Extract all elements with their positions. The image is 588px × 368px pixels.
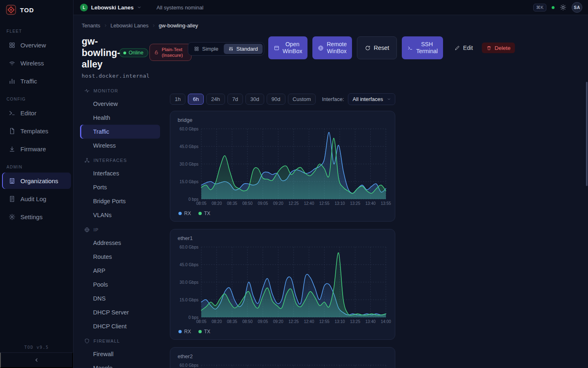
chart-title: ether2 — [178, 353, 388, 359]
sidebar-item-label: Firmware — [20, 146, 46, 153]
sidebar-item-firmware[interactable]: Firmware — [2, 140, 71, 158]
chevron-right-icon — [151, 23, 156, 28]
range-90d[interactable]: 90d — [267, 94, 285, 105]
breadcrumb-tenants[interactable]: Tenants — [82, 22, 100, 29]
sidebar-item-overview[interactable]: Overview — [2, 36, 71, 54]
svg-text:12:40: 12:40 — [304, 201, 314, 206]
pencil-icon — [454, 45, 460, 51]
range-custom[interactable]: Custom — [288, 94, 316, 105]
sidebar-item-wireless[interactable]: Wireless — [2, 54, 71, 72]
reset-button[interactable]: Reset — [357, 36, 397, 59]
grid-icon — [194, 46, 199, 52]
subnav-item-overview[interactable]: Overview — [80, 97, 160, 111]
scrollbar-thumb[interactable] — [586, 82, 588, 186]
chart-legend: RX TX — [178, 211, 388, 216]
range-24h[interactable]: 24h — [206, 94, 225, 105]
range-6h[interactable]: 6h — [188, 94, 203, 105]
online-dot-icon — [123, 52, 126, 54]
health-status-dot — [552, 6, 555, 9]
subnav-item-dhcp-client[interactable]: DHCP Client — [80, 319, 160, 333]
subnav-item-arp[interactable]: ARP — [80, 264, 160, 278]
tenant-selector[interactable]: L Lebowski Lanes — [80, 4, 142, 11]
breadcrumb-current: gw-bowling-alley — [159, 22, 198, 29]
view-toggle-standard[interactable]: Standard — [224, 44, 263, 54]
app-logo[interactable]: TOD — [0, 0, 73, 20]
subnav-item-firewall[interactable]: Firewall — [80, 347, 160, 361]
ssh-terminal-button[interactable]: SSH Terminal — [402, 36, 443, 59]
interface-filter: Interface: All interfaces — [322, 93, 395, 105]
user-avatar[interactable]: SA — [572, 2, 582, 13]
terminal-icon — [407, 45, 413, 51]
traffic-chart: 08:0508:2008:3508:5009:0509:2012:2512:40… — [177, 244, 389, 325]
remote-winbox-button[interactable]: Remote WinBox — [312, 36, 352, 59]
lock-open-icon — [154, 50, 159, 55]
legend-tx: TX — [198, 329, 210, 334]
command-palette-shortcut[interactable]: ⌘K — [533, 4, 546, 11]
svg-text:13:25: 13:25 — [350, 319, 360, 324]
chevron-left-icon — [33, 357, 40, 363]
globe-icon — [318, 45, 324, 51]
subnav-item-interfaces[interactable]: Interfaces — [80, 166, 160, 180]
chevron-right-icon — [103, 23, 108, 28]
chart-title: ether1 — [178, 235, 388, 241]
svg-text:14:00: 14:00 — [381, 319, 391, 324]
sidebar-item-label: Settings — [20, 213, 42, 220]
svg-text:30.0 Gbps: 30.0 Gbps — [180, 162, 198, 166]
sidebar-item-editor[interactable]: Editor — [2, 104, 71, 122]
subnav-item-mangle[interactable]: Mangle — [80, 361, 160, 368]
winbox-icon — [274, 45, 280, 51]
trash-icon — [486, 45, 492, 51]
sidebar-item-templates[interactable]: Templates — [2, 122, 71, 140]
subnav-item-routes[interactable]: Routes — [80, 250, 160, 264]
device-host: host.docker.internal — [82, 73, 150, 79]
subnav-item-bridge-ports[interactable]: Bridge Ports — [80, 194, 160, 208]
svg-text:08:05: 08:05 — [196, 319, 206, 324]
breadcrumb: Tenants Lebowski Lanes gw-bowling-alley — [82, 22, 198, 29]
theme-toggle-button[interactable] — [560, 4, 566, 11]
subnav-item-traffic[interactable]: Traffic — [80, 125, 160, 139]
subnav-item-addresses[interactable]: Addresses — [80, 236, 160, 250]
sidebar-item-traffic[interactable]: Traffic — [2, 72, 71, 90]
delete-button[interactable]: Delete — [482, 43, 515, 53]
subnav-item-wireless[interactable]: Wireless — [80, 139, 160, 153]
sidebar-collapse-button[interactable] — [0, 352, 73, 368]
file-icon — [9, 128, 16, 135]
sidebar-item-settings[interactable]: Settings — [2, 208, 71, 226]
range-30d[interactable]: 30d — [245, 94, 264, 105]
sun-icon — [560, 4, 566, 11]
view-toggle-simple[interactable]: Simple — [189, 44, 223, 54]
chevron-down-icon — [387, 97, 391, 101]
legend-rx: RX — [178, 211, 191, 216]
subnav-item-dhcp-server[interactable]: DHCP Server — [80, 305, 160, 319]
legend-rx: RX — [178, 329, 191, 334]
edit-button[interactable]: Edit — [450, 42, 477, 54]
sidebar-item-audit-log[interactable]: Audit Log — [2, 190, 71, 208]
chart-title: bridge — [178, 117, 388, 123]
sidebar-item-label: Overview — [20, 42, 46, 49]
device-subnav: MONITOR Overview Health Traffic Wireless… — [80, 83, 160, 368]
tx-dot-icon — [198, 212, 202, 215]
svg-text:13:10: 13:10 — [334, 201, 345, 206]
range-1h[interactable]: 1h — [170, 94, 185, 105]
breadcrumb-tenant-name[interactable]: Lebowski Lanes — [111, 22, 149, 29]
svg-text:08:50: 08:50 — [242, 201, 252, 206]
sidebar-item-organizations[interactable]: Organizations — [2, 173, 71, 189]
subnav-item-health[interactable]: Health — [80, 111, 160, 125]
subnav-item-dns[interactable]: DNS — [80, 292, 160, 305]
main-content: Tenants Lebowski Lanes gw-bowling-alley … — [74, 15, 588, 368]
chevron-down-icon — [137, 5, 142, 10]
svg-text:09:20: 09:20 — [273, 201, 283, 206]
svg-text:45.0 Gbps: 45.0 Gbps — [180, 263, 198, 267]
subnav-section-ip: IP — [80, 224, 160, 236]
range-7d[interactable]: 7d — [227, 94, 243, 105]
interface-select[interactable]: All interfaces — [348, 93, 395, 105]
nav-section-fleet: FLEET Overview Wireless Traffic — [0, 26, 73, 90]
subnav-item-ports[interactable]: Ports — [80, 180, 160, 194]
security-warning-badge: Plain-Text (Insecure) — [149, 44, 192, 61]
svg-text:09:20: 09:20 — [273, 319, 283, 324]
open-winbox-button[interactable]: Open WinBox — [268, 36, 307, 59]
subnav-item-vlans[interactable]: VLANs — [80, 208, 160, 222]
subnav-item-pools[interactable]: Pools — [80, 278, 160, 292]
svg-text:0 bps: 0 bps — [189, 197, 198, 202]
bar-chart-icon — [9, 78, 16, 85]
